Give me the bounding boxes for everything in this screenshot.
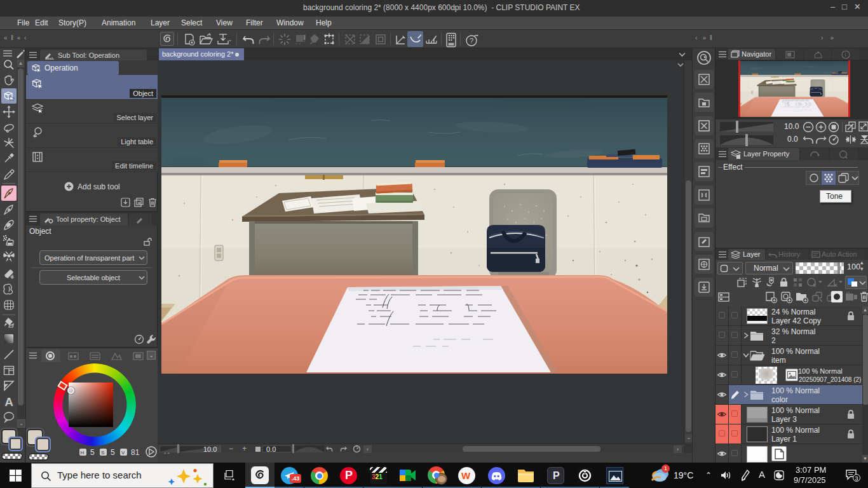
svg-text:?: ?	[470, 37, 473, 44]
svg-text:i: i	[844, 51, 846, 58]
